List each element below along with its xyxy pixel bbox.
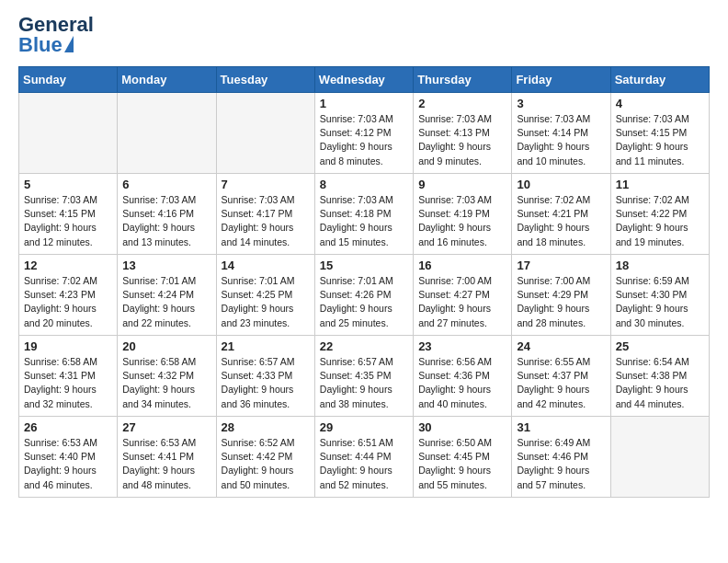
- weekday-header-wednesday: Wednesday: [314, 67, 413, 93]
- day-info: Sunrise: 7:03 AMSunset: 4:18 PMDaylight:…: [320, 193, 408, 249]
- calendar-cell: 23Sunrise: 6:56 AMSunset: 4:36 PMDayligh…: [414, 336, 512, 417]
- calendar-table: SundayMondayTuesdayWednesdayThursdayFrid…: [18, 66, 710, 498]
- weekday-header-tuesday: Tuesday: [216, 67, 314, 93]
- calendar-cell: 31Sunrise: 6:49 AMSunset: 4:46 PMDayligh…: [512, 417, 610, 498]
- calendar-week-1: 1Sunrise: 7:03 AMSunset: 4:12 PMDaylight…: [19, 93, 710, 174]
- calendar-cell: 28Sunrise: 6:52 AMSunset: 4:42 PMDayligh…: [216, 417, 314, 498]
- calendar-cell: 7Sunrise: 7:03 AMSunset: 4:17 PMDaylight…: [216, 174, 314, 255]
- day-number: 1: [320, 97, 408, 110]
- day-info: Sunrise: 6:57 AMSunset: 4:33 PMDaylight:…: [222, 355, 310, 411]
- header: General Blue: [18, 15, 710, 55]
- logo-text: General: [18, 15, 94, 35]
- day-info: Sunrise: 7:02 AMSunset: 4:21 PMDaylight:…: [517, 193, 605, 249]
- day-info: Sunrise: 7:00 AMSunset: 4:27 PMDaylight:…: [418, 274, 506, 330]
- day-number: 30: [418, 420, 506, 434]
- day-info: Sunrise: 7:01 AMSunset: 4:24 PMDaylight:…: [122, 274, 210, 330]
- weekday-header-friday: Friday: [512, 67, 610, 93]
- day-info: Sunrise: 6:59 AMSunset: 4:30 PMDaylight:…: [616, 274, 704, 330]
- calendar-cell: 24Sunrise: 6:55 AMSunset: 4:37 PMDayligh…: [512, 336, 610, 417]
- calendar-cell: 1Sunrise: 7:03 AMSunset: 4:12 PMDaylight…: [314, 93, 413, 174]
- calendar-cell: 9Sunrise: 7:03 AMSunset: 4:19 PMDaylight…: [414, 174, 512, 255]
- logo-blue: Blue: [18, 35, 63, 55]
- calendar-cell: 21Sunrise: 6:57 AMSunset: 4:33 PMDayligh…: [216, 336, 314, 417]
- day-number: 16: [418, 259, 506, 272]
- day-info: Sunrise: 7:03 AMSunset: 4:17 PMDaylight:…: [222, 193, 310, 249]
- day-number: 24: [517, 339, 605, 353]
- calendar-cell: 19Sunrise: 6:58 AMSunset: 4:31 PMDayligh…: [19, 336, 118, 417]
- day-info: Sunrise: 6:53 AMSunset: 4:41 PMDaylight:…: [122, 436, 210, 492]
- calendar-cell: [216, 93, 314, 174]
- weekday-header-sunday: Sunday: [19, 67, 118, 93]
- day-info: Sunrise: 6:54 AMSunset: 4:38 PMDaylight:…: [616, 355, 704, 411]
- logo-triangle-icon: [64, 36, 74, 52]
- day-info: Sunrise: 7:03 AMSunset: 4:16 PMDaylight:…: [122, 193, 210, 249]
- day-info: Sunrise: 6:49 AMSunset: 4:46 PMDaylight:…: [517, 436, 605, 492]
- day-number: 2: [418, 97, 506, 110]
- day-info: Sunrise: 7:02 AMSunset: 4:22 PMDaylight:…: [616, 193, 704, 249]
- day-number: 27: [122, 420, 210, 434]
- calendar-cell: 13Sunrise: 7:01 AMSunset: 4:24 PMDayligh…: [118, 255, 216, 336]
- day-number: 22: [320, 339, 408, 353]
- day-number: 17: [517, 259, 605, 272]
- calendar-cell: 27Sunrise: 6:53 AMSunset: 4:41 PMDayligh…: [118, 417, 216, 498]
- day-info: Sunrise: 7:03 AMSunset: 4:13 PMDaylight:…: [418, 112, 506, 168]
- day-number: 18: [616, 259, 704, 272]
- day-number: 28: [222, 420, 310, 434]
- day-info: Sunrise: 7:03 AMSunset: 4:15 PMDaylight:…: [616, 112, 704, 168]
- day-number: 4: [616, 97, 704, 110]
- weekday-header-thursday: Thursday: [414, 67, 512, 93]
- day-info: Sunrise: 7:01 AMSunset: 4:26 PMDaylight:…: [320, 274, 408, 330]
- day-info: Sunrise: 7:03 AMSunset: 4:14 PMDaylight:…: [517, 112, 605, 168]
- day-number: 25: [616, 339, 704, 353]
- calendar-cell: [19, 93, 118, 174]
- calendar-cell: 29Sunrise: 6:51 AMSunset: 4:44 PMDayligh…: [314, 417, 413, 498]
- calendar-cell: 6Sunrise: 7:03 AMSunset: 4:16 PMDaylight…: [118, 174, 216, 255]
- calendar-cell: 15Sunrise: 7:01 AMSunset: 4:26 PMDayligh…: [314, 255, 413, 336]
- day-info: Sunrise: 6:51 AMSunset: 4:44 PMDaylight:…: [320, 436, 408, 492]
- day-info: Sunrise: 6:53 AMSunset: 4:40 PMDaylight:…: [24, 436, 112, 492]
- day-number: 26: [24, 420, 112, 434]
- weekday-header-monday: Monday: [118, 67, 216, 93]
- calendar-cell: 26Sunrise: 6:53 AMSunset: 4:40 PMDayligh…: [19, 417, 118, 498]
- page: General Blue SundayMondayTuesdayWednesda…: [0, 0, 728, 563]
- calendar-cell: [118, 93, 216, 174]
- day-info: Sunrise: 6:50 AMSunset: 4:45 PMDaylight:…: [418, 436, 506, 492]
- calendar-cell: 3Sunrise: 7:03 AMSunset: 4:14 PMDaylight…: [512, 93, 610, 174]
- day-number: 14: [222, 259, 310, 272]
- calendar-week-5: 26Sunrise: 6:53 AMSunset: 4:40 PMDayligh…: [19, 417, 710, 498]
- calendar-cell: 17Sunrise: 7:00 AMSunset: 4:29 PMDayligh…: [512, 255, 610, 336]
- calendar-cell: 14Sunrise: 7:01 AMSunset: 4:25 PMDayligh…: [216, 255, 314, 336]
- day-number: 11: [616, 178, 704, 191]
- day-info: Sunrise: 7:03 AMSunset: 4:15 PMDaylight:…: [24, 193, 112, 249]
- day-number: 9: [418, 178, 506, 191]
- day-number: 10: [517, 178, 605, 191]
- calendar-week-4: 19Sunrise: 6:58 AMSunset: 4:31 PMDayligh…: [19, 336, 710, 417]
- day-info: Sunrise: 6:58 AMSunset: 4:31 PMDaylight:…: [24, 355, 112, 411]
- day-number: 13: [122, 259, 210, 272]
- day-info: Sunrise: 7:03 AMSunset: 4:19 PMDaylight:…: [418, 193, 506, 249]
- day-info: Sunrise: 7:02 AMSunset: 4:23 PMDaylight:…: [24, 274, 112, 330]
- calendar-cell: [610, 417, 709, 498]
- day-info: Sunrise: 7:01 AMSunset: 4:25 PMDaylight:…: [222, 274, 310, 330]
- day-number: 20: [122, 339, 210, 353]
- day-number: 29: [320, 420, 408, 434]
- day-number: 6: [122, 178, 210, 191]
- day-number: 3: [517, 97, 605, 110]
- day-info: Sunrise: 6:52 AMSunset: 4:42 PMDaylight:…: [222, 436, 310, 492]
- day-number: 8: [320, 178, 408, 191]
- day-number: 21: [222, 339, 310, 353]
- day-number: 5: [24, 178, 112, 191]
- logo: General Blue: [18, 15, 94, 55]
- day-info: Sunrise: 6:58 AMSunset: 4:32 PMDaylight:…: [122, 355, 210, 411]
- calendar-cell: 5Sunrise: 7:03 AMSunset: 4:15 PMDaylight…: [19, 174, 118, 255]
- day-number: 19: [24, 339, 112, 353]
- calendar-cell: 10Sunrise: 7:02 AMSunset: 4:21 PMDayligh…: [512, 174, 610, 255]
- calendar-cell: 30Sunrise: 6:50 AMSunset: 4:45 PMDayligh…: [414, 417, 512, 498]
- weekday-header-row: SundayMondayTuesdayWednesdayThursdayFrid…: [19, 67, 710, 93]
- calendar-cell: 11Sunrise: 7:02 AMSunset: 4:22 PMDayligh…: [610, 174, 709, 255]
- day-number: 31: [517, 420, 605, 434]
- weekday-header-saturday: Saturday: [610, 67, 709, 93]
- day-number: 12: [24, 259, 112, 272]
- day-info: Sunrise: 6:56 AMSunset: 4:36 PMDaylight:…: [418, 355, 506, 411]
- calendar-cell: 25Sunrise: 6:54 AMSunset: 4:38 PMDayligh…: [610, 336, 709, 417]
